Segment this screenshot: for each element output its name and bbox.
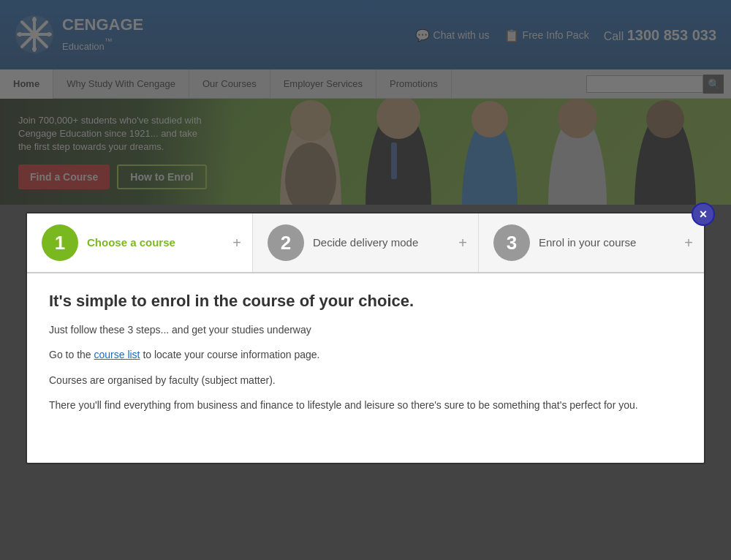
step-label-2: Decide delivery mode <box>313 235 418 250</box>
course-list-link[interactable]: course list <box>94 349 140 360</box>
modal-para1: Just follow these 3 steps... and get you… <box>49 322 682 338</box>
step-tab-1[interactable]: 1 Choose a course + <box>27 213 253 272</box>
close-icon: × <box>700 207 708 222</box>
step-label-1: Choose a course <box>87 235 175 250</box>
modal-close-button[interactable]: × <box>692 203 715 226</box>
step-plus-2: + <box>458 235 467 251</box>
step-tab-3[interactable]: 3 Enrol in your course + <box>479 213 704 272</box>
modal-para4: There you'll find everything from busine… <box>49 397 682 413</box>
steps-tabs: 1 Choose a course + 2 Decide delivery mo… <box>27 213 704 273</box>
modal-heading: It's simple to enrol in the course of yo… <box>49 292 682 311</box>
step-number-1: 1 <box>42 224 78 261</box>
modal-dialog: × 1 Choose a course + 2 Decide delivery … <box>26 212 705 464</box>
step-plus-1: + <box>232 235 241 251</box>
step-number-2: 2 <box>268 224 304 261</box>
modal-content: It's simple to enrol in the course of yo… <box>27 273 704 441</box>
step-plus-3: + <box>684 235 693 251</box>
modal-para2: Go to the course list to locate your cou… <box>49 347 682 363</box>
step-label-3: Enrol in your course <box>539 235 636 250</box>
step-number-3: 3 <box>493 224 530 261</box>
step-tab-2[interactable]: 2 Decide delivery mode + <box>253 213 479 272</box>
modal-para3: Courses are organised by faculty (subjec… <box>49 372 682 388</box>
